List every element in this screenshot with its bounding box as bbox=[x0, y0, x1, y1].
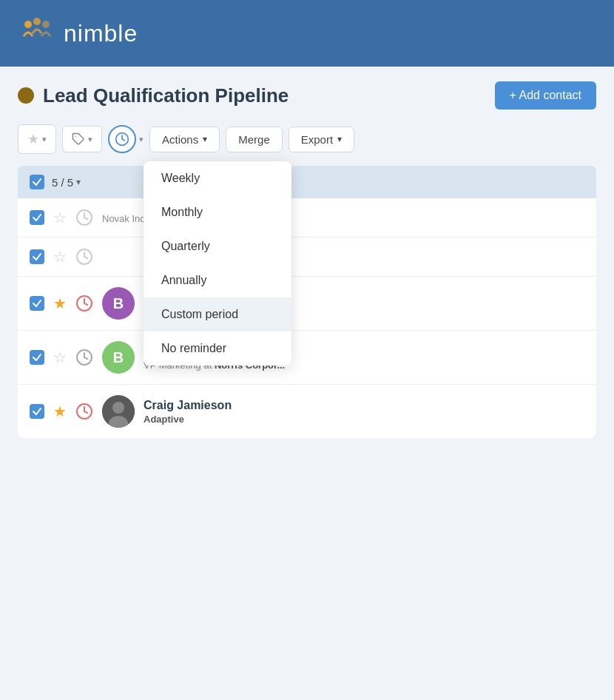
star-toggle-2[interactable]: ☆ bbox=[53, 248, 67, 266]
toolbar: ★ ▾ ▾ ▾ Actions ▾ Merge bbox=[18, 124, 596, 154]
app-header: nimble bbox=[0, 0, 614, 67]
logo-text: nimble bbox=[64, 20, 138, 47]
actions-button[interactable]: Actions ▾ bbox=[149, 127, 220, 152]
reminder-dropdown: Weekly Monthly Quarterly Annually Custom… bbox=[144, 161, 291, 366]
dropdown-item-quarterly[interactable]: Quarterly bbox=[144, 229, 291, 263]
merge-button[interactable]: Merge bbox=[226, 127, 283, 152]
actions-label: Actions bbox=[162, 133, 198, 146]
tag-filter-button[interactable]: ▾ bbox=[62, 126, 102, 152]
contact-company-5: Adaptive bbox=[144, 414, 184, 425]
select-count-label: 5 / 5 bbox=[52, 176, 73, 189]
dropdown-item-annually[interactable]: Annually bbox=[144, 263, 291, 297]
avatar-4: B bbox=[102, 341, 135, 374]
reminder-icon-1 bbox=[75, 209, 93, 226]
contact-checkbox-3[interactable] bbox=[30, 296, 44, 311]
dropdown-item-weekly[interactable]: Weekly bbox=[144, 161, 291, 195]
export-button[interactable]: Export ▾ bbox=[289, 127, 354, 152]
dropdown-item-custom-period[interactable]: Custom period bbox=[144, 297, 291, 332]
title-row: Lead Qualification Pipeline + Add contac… bbox=[18, 81, 596, 110]
contact-row: ★ B Brendan Howard No Title bbox=[18, 277, 596, 331]
svg-point-0 bbox=[24, 21, 32, 28]
svg-point-1 bbox=[33, 18, 41, 25]
contact-checkbox-5[interactable] bbox=[30, 404, 44, 419]
contact-info-5: Craig Jamieson Adaptive bbox=[144, 399, 584, 425]
reminder-icon-5 bbox=[75, 403, 93, 420]
avatar-3: B bbox=[102, 287, 135, 320]
contact-row: ☆ Novak Inc. bbox=[18, 198, 596, 238]
page-content: Lead Qualification Pipeline + Add contac… bbox=[0, 67, 614, 453]
avatar-5 bbox=[102, 395, 135, 428]
export-chevron-icon: ▾ bbox=[337, 134, 342, 144]
star-toggle-4[interactable]: ☆ bbox=[53, 349, 67, 366]
clock-chevron-icon: ▾ bbox=[139, 135, 144, 144]
contact-name-5: Craig Jamieson bbox=[144, 399, 584, 412]
checkmark-icon bbox=[32, 352, 42, 363]
nimble-logo-icon bbox=[18, 14, 56, 53]
logo-area: nimble bbox=[18, 14, 138, 53]
clock-filter-button[interactable] bbox=[108, 125, 136, 153]
contact-checkbox-2[interactable] bbox=[30, 249, 44, 264]
avatar-photo-5 bbox=[102, 395, 135, 428]
page-title: Lead Qualification Pipeline bbox=[43, 84, 289, 107]
checkmark-icon bbox=[32, 298, 42, 309]
star-toggle-1[interactable]: ☆ bbox=[53, 209, 67, 226]
star-icon: ★ bbox=[27, 131, 39, 147]
clock-icon bbox=[115, 132, 129, 147]
contact-list: 5 / 5 ▾ ☆ Novak Inc. bbox=[18, 166, 596, 438]
checkmark-icon bbox=[32, 177, 42, 187]
svg-point-2 bbox=[42, 21, 50, 28]
actions-chevron-icon: ▾ bbox=[203, 134, 207, 144]
export-label: Export bbox=[301, 133, 333, 146]
add-contact-button[interactable]: + Add contact bbox=[495, 81, 596, 110]
select-all-checkbox[interactable] bbox=[30, 175, 44, 189]
dropdown-item-monthly[interactable]: Monthly bbox=[144, 195, 291, 229]
reminder-icon-4 bbox=[75, 349, 93, 366]
reminder-icon-2 bbox=[75, 248, 93, 266]
star-filter-button[interactable]: ★ ▾ bbox=[18, 124, 56, 154]
contact-checkbox-1[interactable] bbox=[30, 210, 44, 225]
contact-row: ☆ B Brian Norris VP Marketing at Norris … bbox=[18, 331, 596, 385]
title-left: Lead Qualification Pipeline bbox=[18, 84, 289, 107]
star-chevron-icon: ▾ bbox=[42, 135, 47, 144]
svg-point-11 bbox=[112, 402, 124, 414]
select-count-chevron: ▾ bbox=[76, 177, 81, 187]
contact-checkbox-4[interactable] bbox=[30, 350, 44, 365]
star-toggle-5[interactable]: ★ bbox=[53, 403, 67, 420]
contact-row: ☆ bbox=[18, 238, 596, 277]
select-all-row: 5 / 5 ▾ bbox=[18, 166, 596, 198]
contact-row: ★ Craig Jamieson Adaptive bbox=[18, 385, 596, 438]
dropdown-item-no-reminder[interactable]: No reminder bbox=[144, 332, 291, 366]
pipeline-dot bbox=[18, 87, 34, 104]
merge-label: Merge bbox=[238, 133, 270, 146]
select-count: 5 / 5 ▾ bbox=[52, 176, 81, 189]
star-toggle-3[interactable]: ★ bbox=[53, 295, 67, 312]
tag-icon bbox=[72, 132, 85, 146]
checkmark-icon bbox=[32, 212, 42, 223]
reminder-icon-3 bbox=[75, 295, 93, 312]
contact-sub-5: Adaptive bbox=[144, 414, 584, 425]
checkmark-icon bbox=[32, 406, 42, 417]
checkmark-icon bbox=[32, 252, 42, 262]
tag-chevron-icon: ▾ bbox=[88, 135, 92, 144]
